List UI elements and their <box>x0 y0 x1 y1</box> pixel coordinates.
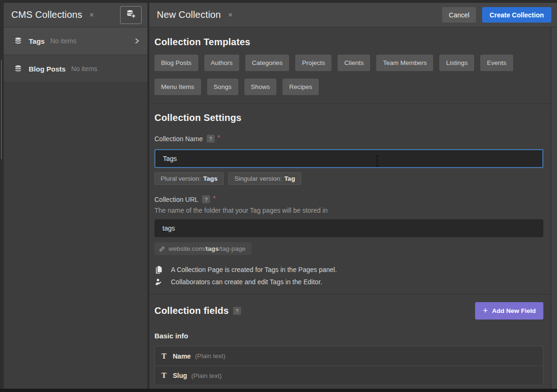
template-chip-events[interactable]: Events <box>480 55 513 71</box>
help-icon[interactable]: ? <box>233 307 241 315</box>
template-chip-projects[interactable]: Projects <box>295 55 331 71</box>
template-chip-authors[interactable]: Authors <box>204 55 240 71</box>
required-marker: * <box>213 194 215 202</box>
collaborator-edit-icon <box>154 278 163 286</box>
add-new-field-button[interactable]: + Add New Field <box>475 302 543 320</box>
close-new-collection-icon[interactable]: × <box>227 10 234 20</box>
singular-version-badge: Singular version: Tag <box>228 172 301 185</box>
template-chip-songs[interactable]: Songs <box>207 79 238 95</box>
collection-url-input[interactable] <box>154 219 543 237</box>
bottom-edge-bar <box>0 389 557 392</box>
plain-text-field-icon: T <box>161 352 173 360</box>
collection-name: Tags <box>29 37 45 45</box>
template-chip-list: Blog PostsAuthorsCategoriesProjectsClien… <box>154 55 543 95</box>
database-icon <box>14 37 22 45</box>
chevron-right-icon <box>134 38 140 44</box>
collection-settings-heading: Collection Settings <box>154 112 543 123</box>
cancel-button[interactable]: Cancel <box>442 7 476 23</box>
database-icon <box>14 65 22 72</box>
basic-info-heading: Basic info <box>154 332 543 340</box>
collaborators-info-text: Collaborators can create and edit Tags i… <box>171 278 322 286</box>
cms-collections-panel: CMS Collections × <box>4 3 147 389</box>
template-chip-recipes[interactable]: Recipes <box>283 79 319 95</box>
template-chip-menu-items[interactable]: Menu Items <box>154 79 201 95</box>
new-collection-header: New Collection × Cancel Create Collectio… <box>149 3 557 27</box>
designer-left-edge <box>0 0 4 392</box>
create-collection-button[interactable]: Create Collection <box>482 7 551 23</box>
vertical-scrollbar[interactable] <box>551 27 557 389</box>
collection-fields-heading: Collection fields <box>154 305 229 316</box>
collection-templates-heading: Collection Templates <box>154 37 543 48</box>
collection-fields-section: Collection fields ? + Add New Field Basi… <box>149 295 557 388</box>
template-chip-blog-posts[interactable]: Blog Posts <box>154 55 198 71</box>
pages-icon <box>154 265 163 274</box>
url-preview-badge: website.com/tags/tag-page <box>154 242 251 255</box>
add-collection-button[interactable] <box>120 6 142 24</box>
plus-icon: + <box>483 306 488 315</box>
required-marker: * <box>218 134 220 141</box>
collection-list-item-blog-posts[interactable]: Blog Posts No items <box>4 55 147 83</box>
collection-status: No items <box>71 65 97 72</box>
collection-url-help-text: The name of the folder that your Tag pag… <box>154 207 543 214</box>
plain-text-field-icon: T <box>161 371 173 380</box>
collection-name-input[interactable] <box>154 149 543 168</box>
template-chip-shows[interactable]: Shows <box>244 79 277 95</box>
new-collection-panel: New Collection × Cancel Create Collectio… <box>149 3 557 389</box>
close-panel-icon[interactable]: × <box>89 10 95 20</box>
field-row-slug[interactable]: T Slug (Plain text) <box>155 366 543 385</box>
template-chip-team-members[interactable]: Team Members <box>376 55 433 71</box>
collection-name-label: Collection Name <box>154 135 203 143</box>
collection-page-info-row: A Collection Page is created for Tags in… <box>154 265 543 274</box>
field-row-name[interactable]: T Name (Plain text) <box>155 346 543 366</box>
collection-list-item-tags[interactable]: Tags No items <box>4 27 147 55</box>
collection-status: No items <box>50 37 76 45</box>
template-chip-categories[interactable]: Categories <box>245 55 289 71</box>
collection-url-label: Collection URL <box>154 196 198 203</box>
database-plus-icon <box>126 9 136 21</box>
designer-edge-line <box>1 60 2 159</box>
help-icon[interactable]: ? <box>202 195 210 203</box>
plural-version-badge: Plural version: Tags <box>154 172 224 185</box>
collection-name: Blog Posts <box>29 65 65 73</box>
collection-list: Tags No items Blog Posts No items <box>4 27 147 83</box>
collection-settings-section: Collection Settings Collection Name ? * … <box>149 104 557 294</box>
webflow-cms-screen: CMS Collections × <box>0 0 557 392</box>
template-chip-listings[interactable]: Listings <box>439 55 474 71</box>
new-collection-body: Collection Templates Blog PostsAuthorsCa… <box>149 27 557 388</box>
help-icon[interactable]: ? <box>207 135 215 143</box>
cms-collections-title: CMS Collections <box>11 9 82 20</box>
collection-templates-section: Collection Templates Blog PostsAuthorsCa… <box>149 27 557 104</box>
template-chip-clients[interactable]: Clients <box>338 55 370 71</box>
field-list: T Name (Plain text) T Slug (Plain text) <box>154 346 543 385</box>
new-collection-title: New Collection <box>157 9 221 20</box>
collection-page-info-text: A Collection Page is created for Tags in… <box>171 266 337 273</box>
collaborators-info-row: Collaborators can create and edit Tags i… <box>154 278 543 286</box>
link-icon <box>159 246 165 252</box>
cms-collections-header: CMS Collections × <box>4 3 147 27</box>
